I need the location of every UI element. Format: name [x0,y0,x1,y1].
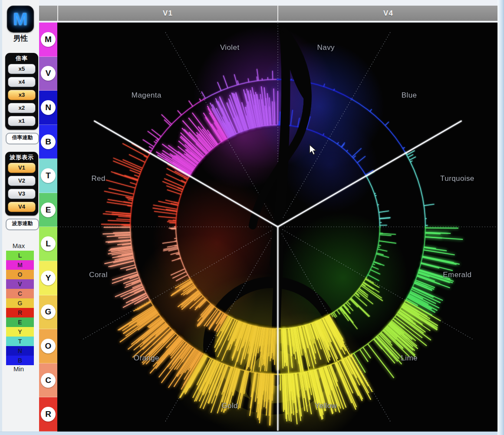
note-strip-cell-G[interactable]: G [39,295,57,330]
legend-row-L: L [6,251,34,260]
note-strip-letter-Y: Y [41,271,56,285]
note-strip-letter-M: M [41,32,56,47]
note-strip-letter-O: O [41,339,56,353]
legend-min-label: Min [2,365,35,373]
magnification-button-x1[interactable]: x1 [8,116,36,126]
sector-label-magenta: Magenta [132,91,161,100]
legend-row-C: C [6,289,34,298]
legend-row-Y: Y [6,327,34,337]
note-strip-cell-L[interactable]: L [39,227,57,261]
note-color-strip: MVNBTELYGOCR [39,23,57,432]
window-edge-bottom [0,432,504,435]
header-section-v1: V1 [58,6,277,21]
waveform-link-button[interactable]: 波形連動 [6,219,39,230]
header-section-v4: V4 [278,6,498,21]
legend-row-B: B [6,356,34,365]
waveform-button-v1[interactable]: V1 [8,163,36,173]
magnification-panel: 倍率 x5x4x3x2x1 [5,53,38,130]
note-strip-cell-C[interactable]: C [39,363,57,398]
sector-label-gold: Gold [221,402,238,410]
legend-row-V: V [6,279,34,289]
sector-label-blue: Blue [402,91,417,100]
legend-row-G: G [6,298,34,308]
sector-label-coral: Coral [89,271,108,279]
sector-label-red: Red [91,174,105,183]
note-strip-letter-B: B [41,134,56,149]
voice-logo-icon[interactable]: M [7,6,34,33]
sector-label-lime: Lime [401,354,417,363]
voice-logo-letter: M [13,10,27,29]
note-strip-letter-T: T [41,168,56,183]
sidebar: M 男性 倍率 x5x4x3x2x1 倍率連動 波形表示 V1V2V3V4 波形… [2,0,39,432]
note-strip-letter-G: G [41,304,56,319]
legend-row-R: R [6,308,34,317]
note-strip-cell-T[interactable]: T [39,159,57,193]
sector-label-turquoise: Turquoise [440,174,474,183]
note-strip-letter-R: R [41,407,56,422]
note-strip-letter-C: C [41,373,56,388]
magnification-button-group: x5x4x3x2x1 [5,64,38,126]
note-strip-cell-N[interactable]: N [39,91,57,125]
magnification-button-x4[interactable]: x4 [8,77,36,87]
note-strip-letter-N: N [41,100,56,115]
sector-label-emerald: Emerald [443,271,471,279]
sector-label-yellow: Yellow [315,402,337,410]
spectrum-visualization: VioletNavyBlueTurquoiseEmeraldLimeYellow… [57,23,498,432]
waveform-button-v3[interactable]: V3 [8,189,36,199]
note-strip-cell-E[interactable]: E [39,193,57,227]
sector-label-navy: Navy [317,43,335,52]
note-strip-cell-B[interactable]: B [39,125,57,159]
waveform-button-v2[interactable]: V2 [8,176,36,186]
legend-row-O: O [6,270,34,279]
note-strip-letter-E: E [41,203,56,217]
legend-row-M: M [6,260,34,270]
waveform-panel-title: 波形表示 [5,152,38,163]
spectrum-visualization-canvas [57,23,498,432]
note-strip-letter-V: V [41,66,56,81]
waveform-button-v4[interactable]: V4 [8,202,36,212]
legend-row-E: E [6,317,34,327]
window-edge-right[interactable] [497,0,504,435]
legend-max-label: Max [2,242,35,249]
magnification-button-x3[interactable]: x3 [8,90,36,100]
note-strip-letter-L: L [41,236,56,251]
note-strip-cell-Y[interactable]: Y [39,261,57,295]
sector-label-orange: Orange [134,354,159,363]
note-strip-cell-O[interactable]: O [39,329,57,363]
app-window: V1 V4 M 男性 倍率 x5x4x3x2x1 倍率連動 波形表示 V1V2V… [0,0,504,435]
waveform-panel: 波形表示 V1V2V3V4 [5,152,38,216]
magnification-link-button[interactable]: 倍率連動 [6,133,39,144]
note-strip-cell-M[interactable]: M [39,23,57,57]
sector-label-violet: Violet [220,43,240,52]
magnification-panel-title: 倍率 [5,53,38,64]
top-header: V1 V4 [39,6,498,21]
legend-row-N: N [6,346,34,356]
magnification-button-x5[interactable]: x5 [8,64,36,74]
note-strip-cell-R[interactable]: R [39,397,57,432]
voice-logo-label: 男性 [2,33,39,43]
magnification-button-x2[interactable]: x2 [8,103,36,113]
waveform-button-group: V1V2V3V4 [5,163,38,212]
legend-row-T: T [6,337,34,346]
note-strip-cell-V[interactable]: V [39,57,57,91]
level-color-legend: LMOVCGREYTNB [6,251,34,365]
